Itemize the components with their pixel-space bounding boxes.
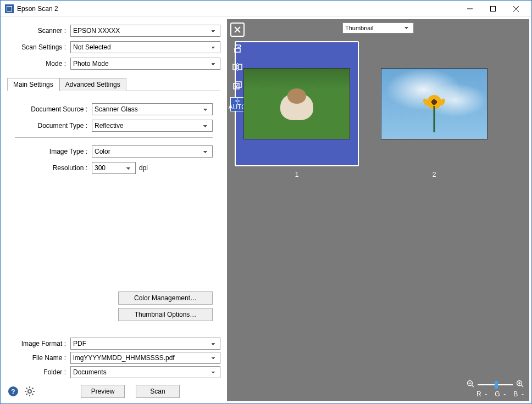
svg-line-11 (26, 388, 27, 389)
svg-point-6 (28, 390, 31, 393)
preview-button[interactable]: Preview (81, 385, 125, 398)
svg-line-29 (472, 385, 474, 388)
minimize-button[interactable] (459, 1, 481, 16)
zoom-in-icon[interactable] (516, 380, 524, 389)
file-name-label: File Name : (7, 354, 70, 362)
mirror-icon[interactable] (230, 60, 245, 74)
svg-line-13 (26, 394, 27, 395)
preview-toolbar: AUTO (230, 23, 245, 111)
titlebar: Epson Scan 2 (1, 1, 531, 17)
thumbnail-1[interactable] (235, 41, 359, 166)
gear-icon[interactable] (24, 385, 36, 397)
svg-line-12 (32, 394, 33, 395)
delete-marquee-icon[interactable] (230, 23, 245, 37)
app-icon (5, 4, 14, 13)
svg-rect-18 (233, 64, 236, 70)
maximize-button[interactable] (482, 1, 504, 16)
settings-panel: Scanner : EPSON XXXXX Scan Settings : No… (1, 17, 227, 403)
view-mode-select[interactable]: Thumbnail (342, 23, 414, 33)
color-management-button[interactable]: Color Management… (118, 291, 213, 305)
folder-label: Folder : (7, 368, 70, 376)
svg-rect-1 (491, 6, 496, 11)
file-name-select[interactable]: imgYYYYMMDD_HHMMSSSS.pdf (70, 352, 220, 364)
document-source-select[interactable]: Scanner Glass (92, 103, 213, 115)
scan-settings-select[interactable]: Not Selected (70, 41, 220, 53)
help-icon[interactable]: ? (7, 385, 19, 397)
image-format-label: Image Format : (7, 340, 70, 347)
scanner-select[interactable]: EPSON XXXXX (70, 25, 220, 37)
window-title: Epson Scan 2 (17, 5, 458, 13)
thumbnail-2-label: 2 (433, 171, 436, 178)
rgb-g: G - (495, 390, 506, 398)
svg-rect-19 (239, 64, 242, 70)
image-format-select[interactable]: PDF (70, 338, 220, 350)
divider (15, 137, 213, 138)
thumbnail-1-image (243, 68, 350, 139)
preview-area: Thumbnail AUTO 1 2 (227, 19, 529, 401)
rgb-b: B - (513, 390, 524, 398)
main-settings-pane: Document Source : Scanner Glass Document… (7, 91, 220, 331)
zoom-out-icon[interactable] (467, 380, 474, 389)
thumbnail-options-button[interactable]: Thumbnail Options… (118, 308, 213, 321)
image-type-select[interactable]: Color (92, 145, 213, 158)
document-type-select[interactable]: Reflective (92, 120, 213, 132)
scanner-label: Scanner : (7, 27, 70, 35)
settings-tabs: Main Settings Advanced Settings (7, 77, 220, 91)
mode-select[interactable]: Photo Mode (70, 58, 220, 70)
svg-text:?: ? (11, 388, 15, 396)
tab-advanced-settings[interactable]: Advanced Settings (59, 78, 126, 91)
svg-point-23 (236, 100, 239, 102)
document-type-label: Document Type : (15, 122, 92, 130)
select-all-icon[interactable] (230, 78, 245, 93)
folder-select[interactable]: Documents (70, 366, 220, 378)
scan-button[interactable]: Scan (136, 385, 180, 398)
resolution-label: Resolution : (15, 164, 92, 172)
svg-line-32 (522, 385, 524, 388)
thumbnail-1-label: 1 (295, 171, 299, 178)
thumbnail-2-image (381, 68, 487, 139)
svg-line-14 (32, 388, 33, 389)
image-type-label: Image Type : (15, 148, 92, 155)
close-button[interactable] (505, 1, 527, 16)
resolution-select[interactable]: 300 (92, 162, 136, 174)
mode-label: Mode : (7, 60, 70, 68)
rotate-icon[interactable] (230, 41, 245, 55)
zoom-slider[interactable] (478, 384, 513, 385)
tab-main-settings[interactable]: Main Settings (7, 78, 59, 91)
scan-settings-label: Scan Settings : (7, 43, 70, 51)
preview-footer: R - G - B - (467, 380, 524, 398)
svg-rect-17 (235, 48, 240, 52)
rgb-r: R - (476, 390, 487, 398)
document-source-label: Document Source : (15, 105, 92, 113)
resolution-unit: dpi (139, 164, 148, 172)
thumbnail-2[interactable] (372, 41, 496, 166)
auto-exposure-icon[interactable]: AUTO (230, 97, 245, 111)
